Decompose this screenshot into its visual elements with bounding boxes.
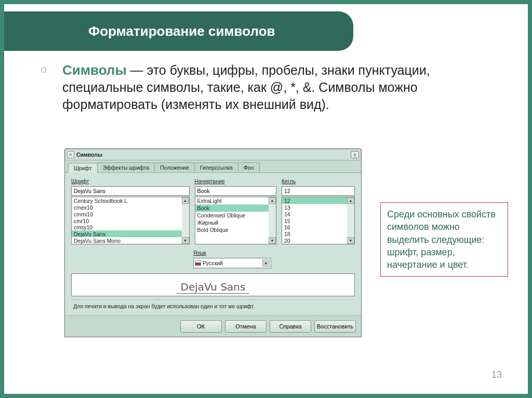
slide-title: Форматирование символов bbox=[0, 11, 353, 51]
size-scrollbar[interactable]: ▲ ▼ bbox=[347, 197, 354, 244]
label-font: Шрифт bbox=[71, 178, 190, 184]
button-row: OK Отмена Справка Восстановить bbox=[65, 315, 361, 337]
tab-strip: Шрифт Эффекты шрифта Положение Гиперссыл… bbox=[65, 160, 361, 173]
list-item[interactable]: Жирный bbox=[195, 219, 276, 226]
font-preview: DejaVu Sans bbox=[71, 273, 355, 296]
term-symbols: Символы bbox=[62, 62, 127, 78]
close-icon[interactable]: x bbox=[351, 151, 359, 158]
list-item[interactable]: cmex10 bbox=[72, 204, 189, 211]
paragraph-text: Символы — это буквы, цифры, пробелы, зна… bbox=[62, 61, 512, 113]
list-item[interactable]: 20 bbox=[282, 237, 354, 244]
scroll-down-icon[interactable]: ▼ bbox=[182, 237, 189, 244]
dialog-icon bbox=[67, 151, 74, 158]
label-size: Кегль bbox=[282, 178, 355, 184]
tab-position[interactable]: Положение bbox=[154, 162, 195, 172]
list-item[interactable]: DejaVu Sans bbox=[72, 230, 189, 237]
list-item[interactable]: 14 bbox=[282, 211, 354, 217]
tab-background[interactable]: Фон bbox=[238, 162, 260, 172]
language-combo[interactable]: Русский ▼ bbox=[193, 258, 271, 268]
tab-effects[interactable]: Эффекты шрифта bbox=[97, 162, 155, 172]
list-item[interactable]: 12 bbox=[282, 197, 354, 204]
cancel-button[interactable]: Отмена bbox=[225, 320, 267, 333]
bullet-paragraph: o Символы — это буквы, цифры, пробелы, з… bbox=[41, 61, 512, 113]
style-list[interactable]: ExtraLightBookCondensed ObliqueЖирныйBol… bbox=[195, 197, 277, 244]
list-item[interactable]: Century Schoolbook L bbox=[72, 197, 189, 204]
list-item[interactable]: 13 bbox=[282, 204, 354, 211]
list-item[interactable]: DejaVu Sans Mono bbox=[72, 237, 189, 244]
hint-text: Для печати и вывода на экран будет испол… bbox=[71, 299, 355, 312]
tab-font[interactable]: Шрифт bbox=[68, 163, 98, 173]
language-value: Русский bbox=[203, 260, 261, 266]
scroll-down-icon[interactable]: ▼ bbox=[269, 237, 276, 244]
character-dialog: Символы x Шрифт Эффекты шрифта Положение… bbox=[64, 148, 362, 337]
size-list[interactable]: 12131415161820 bbox=[282, 197, 355, 244]
scroll-down-icon[interactable]: ▼ bbox=[347, 237, 354, 244]
list-item[interactable]: 16 bbox=[282, 224, 354, 230]
help-button[interactable]: Справка bbox=[270, 320, 311, 333]
size-input[interactable] bbox=[282, 186, 355, 196]
list-item[interactable]: 15 bbox=[282, 217, 354, 224]
dialog-title: Символы bbox=[76, 152, 102, 158]
font-name-input[interactable] bbox=[71, 186, 190, 196]
list-item[interactable]: cmr10 bbox=[72, 217, 189, 224]
list-item[interactable]: Bold Oblique bbox=[195, 226, 276, 234]
scroll-up-icon[interactable]: ▲ bbox=[269, 197, 276, 204]
tab-page-font: Шрифт Century Schoolbook Lcmex10cmmi10cm… bbox=[65, 173, 361, 315]
style-input[interactable] bbox=[195, 186, 277, 196]
list-item[interactable]: Book bbox=[195, 204, 276, 212]
font-list[interactable]: Century Schoolbook Lcmex10cmmi10cmr10cms… bbox=[71, 197, 190, 244]
scroll-up-icon[interactable]: ▲ bbox=[182, 197, 189, 204]
list-item[interactable]: 18 bbox=[282, 230, 354, 237]
font-scrollbar[interactable]: ▲ ▼ bbox=[182, 197, 189, 244]
list-item[interactable]: cmmi10 bbox=[72, 211, 189, 217]
ok-button[interactable]: OK bbox=[180, 320, 222, 333]
side-note: Среди основных свойств символов можно вы… bbox=[380, 202, 508, 277]
page-number: 13 bbox=[491, 369, 502, 380]
list-item[interactable]: Condensed Oblique bbox=[195, 212, 276, 219]
flag-icon bbox=[195, 260, 201, 266]
dialog-titlebar[interactable]: Символы x bbox=[65, 149, 361, 160]
tab-hyperlink[interactable]: Гиперссылка bbox=[194, 162, 238, 172]
bullet-mark: o bbox=[41, 61, 53, 113]
list-item[interactable]: cmsy10 bbox=[72, 224, 189, 230]
preview-text: DejaVu Sans bbox=[177, 281, 250, 294]
list-item[interactable]: ExtraLight bbox=[195, 197, 276, 204]
label-language: Язык bbox=[193, 250, 271, 256]
label-style: Начертание bbox=[195, 178, 277, 184]
reset-button[interactable]: Восстановить bbox=[314, 320, 356, 333]
style-scrollbar[interactable]: ▲ ▼ bbox=[269, 197, 276, 244]
scroll-up-icon[interactable]: ▲ bbox=[347, 197, 354, 204]
chevron-down-icon[interactable]: ▼ bbox=[262, 259, 270, 267]
